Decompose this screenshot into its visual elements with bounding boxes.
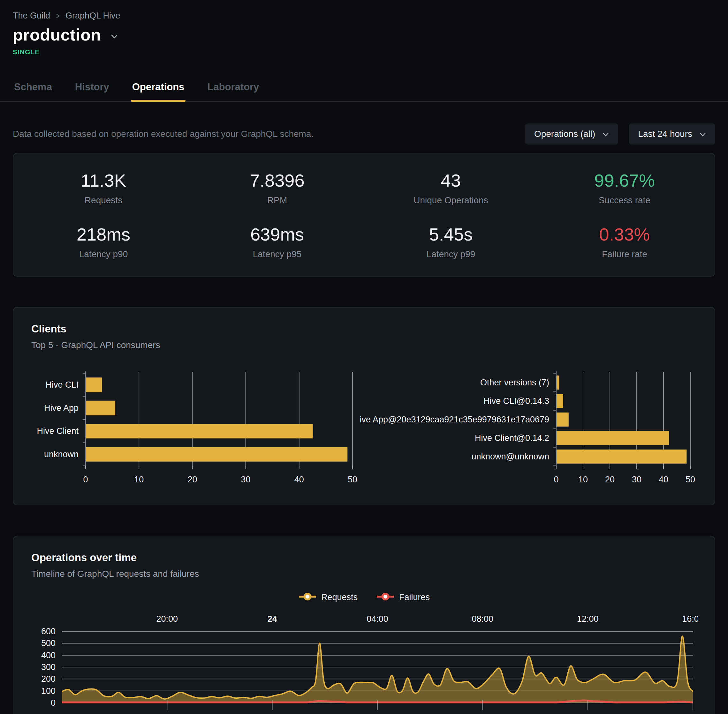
time-range-value: Last 24 hours	[638, 129, 692, 139]
svg-text:50: 50	[348, 475, 357, 484]
clients-by-version-bar-chart: Other versions (7)Hive CLI@0.14.3Hive Ap…	[360, 369, 698, 491]
svg-text:08:00: 08:00	[472, 614, 493, 624]
svg-text:Hive Client: Hive Client	[37, 426, 78, 436]
stat-latency-p95: 639ms Latency p95	[190, 224, 364, 260]
svg-text:10: 10	[134, 475, 144, 484]
page-header: The Guild GraphQL Hive production SINGLE	[0, 11, 728, 56]
stat-label: Requests	[17, 195, 190, 206]
tabbar: Schema History Operations Laboratory	[0, 77, 728, 102]
stat-value: 11.3K	[17, 170, 190, 191]
tab-schema[interactable]: Schema	[13, 77, 53, 101]
svg-text:300: 300	[41, 662, 56, 672]
filter-row: Data collected based on operation execut…	[13, 123, 715, 144]
stat-label: Latency p95	[190, 249, 364, 260]
stat-label: Latency p99	[364, 249, 538, 260]
svg-text:500: 500	[41, 638, 56, 648]
stat-value: 0.33%	[538, 224, 711, 245]
tab-laboratory[interactable]: Laboratory	[206, 77, 260, 101]
tab-history[interactable]: History	[74, 77, 110, 101]
stat-rpm: 7.8396 RPM	[190, 170, 364, 206]
breadcrumb: The Guild GraphQL Hive	[13, 11, 715, 21]
operations-filter-dropdown[interactable]: Operations (all)	[525, 123, 618, 144]
svg-text:12:00: 12:00	[577, 614, 599, 624]
svg-text:Hive App: Hive App	[44, 403, 78, 413]
svg-text:40: 40	[295, 475, 304, 484]
stat-label: RPM	[190, 195, 364, 206]
svg-text:10: 10	[578, 475, 588, 484]
timeline-legend: Requests Failures	[31, 592, 697, 603]
stat-label: Latency p90	[17, 249, 190, 260]
svg-text:20: 20	[605, 475, 615, 484]
time-range-dropdown[interactable]: Last 24 hours	[629, 123, 715, 144]
operations-card-subtitle: Timeline of GraphQL requests and failure…	[31, 569, 697, 579]
stat-value: 43	[364, 170, 538, 191]
stats-summary-card: 11.3K Requests 7.8396 RPM 43 Unique Oper…	[13, 153, 715, 277]
clients-by-name-bar-chart: Hive CLIHive AppHive Clientunknown010203…	[31, 369, 360, 491]
stat-value: 99.67%	[538, 170, 711, 191]
svg-text:unknown: unknown	[44, 450, 78, 459]
svg-text:30: 30	[241, 475, 251, 484]
svg-text:20:00: 20:00	[156, 614, 178, 624]
svg-text:unknown@unknown: unknown@unknown	[471, 452, 549, 461]
chevron-down-icon	[699, 131, 706, 138]
stat-failure-rate: 0.33% Failure rate	[538, 224, 711, 260]
clients-card: Clients Top 5 - GraphQL API consumers Hi…	[13, 307, 715, 506]
stat-label: Success rate	[538, 195, 711, 206]
tab-operations[interactable]: Operations	[131, 77, 186, 101]
legend-label: Requests	[321, 592, 358, 602]
svg-text:16:00: 16:00	[682, 614, 698, 624]
stat-label: Unique Operations	[364, 195, 538, 206]
svg-text:400: 400	[41, 651, 56, 660]
svg-text:0: 0	[554, 475, 558, 484]
requests-line-marker-icon	[298, 592, 317, 603]
svg-text:Hive Client@0.14.2: Hive Client@0.14.2	[475, 433, 549, 443]
stat-value: 639ms	[190, 224, 364, 245]
stat-requests: 11.3K Requests	[17, 170, 190, 206]
failures-line-marker-icon	[376, 592, 395, 603]
clients-card-subtitle: Top 5 - GraphQL API consumers	[31, 340, 697, 350]
breadcrumb-org-link[interactable]: The Guild	[13, 11, 50, 21]
svg-text:Hive CLI@0.14.3: Hive CLI@0.14.3	[483, 396, 549, 406]
operations-card-title: Operations over time	[31, 552, 697, 564]
stat-value: 218ms	[17, 224, 190, 245]
legend-item-requests[interactable]: Requests	[298, 592, 358, 603]
stat-value: 5.45s	[364, 224, 538, 245]
svg-text:200: 200	[41, 674, 56, 684]
stat-latency-p90: 218ms Latency p90	[17, 224, 190, 260]
stat-success-rate: 99.67% Success rate	[538, 170, 711, 206]
stat-value: 7.8396	[190, 170, 364, 191]
svg-text:0: 0	[51, 698, 56, 708]
operations-filter-value: Operations (all)	[534, 129, 595, 139]
operations-dashboard: The Guild GraphQL Hive production SINGLE…	[0, 0, 728, 714]
svg-text:04:00: 04:00	[367, 614, 388, 624]
clients-card-title: Clients	[31, 323, 697, 335]
registry-model-badge: SINGLE	[13, 48, 715, 56]
legend-item-failures[interactable]: Failures	[376, 592, 430, 603]
svg-text:30: 30	[632, 475, 641, 484]
svg-text:24: 24	[268, 614, 277, 624]
page-title: production	[13, 25, 101, 44]
stat-unique-operations: 43 Unique Operations	[364, 170, 538, 206]
collection-description: Data collected based on operation execut…	[13, 129, 314, 139]
chevron-down-icon	[602, 131, 609, 138]
svg-text:40: 40	[659, 475, 668, 484]
svg-text:Other versions (7): Other versions (7)	[480, 378, 549, 387]
svg-text:Hive CLI: Hive CLI	[45, 380, 78, 390]
svg-text:20: 20	[187, 475, 197, 484]
operations-over-time-card: Operations over time Timeline of GraphQL…	[13, 536, 715, 714]
stat-label: Failure rate	[538, 249, 711, 260]
breadcrumb-project-link[interactable]: GraphQL Hive	[65, 11, 120, 21]
svg-text:Hive App@20e3129caa921c35e9979: Hive App@20e3129caa921c35e9979631e17a067…	[360, 415, 549, 424]
svg-text:50: 50	[686, 475, 695, 484]
svg-text:600: 600	[41, 627, 56, 636]
chevron-right-icon	[55, 12, 60, 20]
svg-text:100: 100	[41, 686, 56, 696]
operations-timeline-area-chart: 20:002404:0008:0012:0016:000100200300400…	[31, 611, 697, 714]
svg-text:0: 0	[83, 475, 88, 484]
legend-label: Failures	[399, 592, 430, 602]
stat-latency-p99: 5.45s Latency p99	[364, 224, 538, 260]
target-selector-chevron-down-icon[interactable]	[110, 32, 119, 41]
